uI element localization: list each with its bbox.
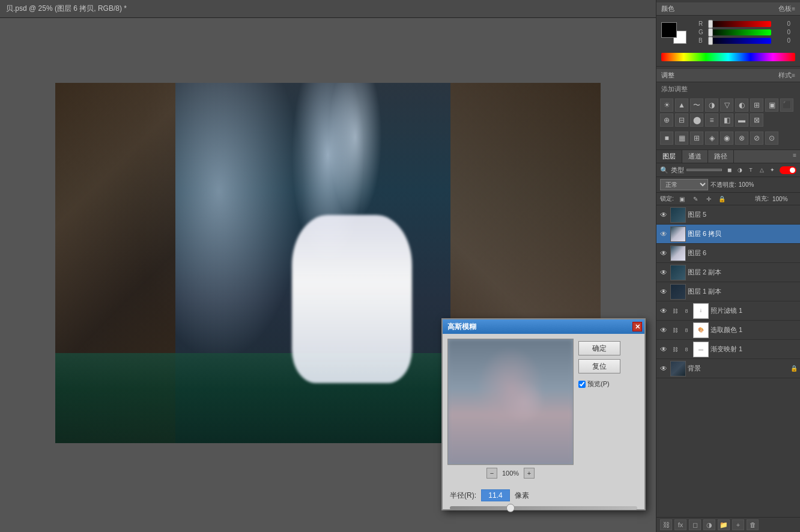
b-slider-track[interactable] [708, 38, 771, 44]
eye-icon[interactable]: 👁 [659, 249, 668, 258]
panel-menu-icon[interactable]: ≡ [792, 5, 795, 12]
color-panel-header: 颜色 色板 ≡ [656, 2, 800, 16]
color-panel: 颜色 色板 ≡ R 0 G [656, 0, 800, 67]
filter-shape-icon[interactable]: △ [757, 165, 766, 175]
colorlookup-icon[interactable]: ⊟ [675, 113, 688, 127]
levels-icon[interactable]: ▲ [675, 98, 688, 112]
invert-icon[interactable]: ⬤ [690, 113, 703, 127]
radius-label: 半径(R): [450, 491, 476, 501]
layer-row[interactable]: 👁 图层 6 拷贝 [656, 225, 800, 244]
lock-all-icon[interactable]: 🔒 [717, 194, 727, 204]
curves-icon[interactable]: 〜 [690, 98, 703, 112]
selective-icon[interactable]: ⊠ [750, 113, 763, 127]
lock-pixels-icon[interactable]: ✎ [691, 194, 700, 204]
layer-mask-button[interactable]: ◻ [689, 519, 701, 530]
blur-dialog: 高斯模糊 ✕ − 100% + 确定 复位 预览(P) 半径(R): 像素 [441, 318, 646, 510]
eye-icon[interactable]: 👁 [659, 229, 668, 239]
tab-paths[interactable]: 路径 [708, 150, 734, 163]
layer-row[interactable]: 👁 ⛓ 8 🌡 照片滤镜 1 [656, 301, 800, 321]
link-icon3: 8 [682, 345, 691, 354]
preview-checkbox[interactable] [578, 381, 586, 388]
blur-dialog-close-button[interactable]: ✕ [632, 322, 642, 331]
filter-adj-icon[interactable]: ◑ [735, 165, 745, 175]
lock-transparent-icon[interactable]: ▣ [677, 194, 687, 204]
layer-link-button[interactable]: ⛓ [660, 519, 672, 530]
layer-row[interactable]: 👁 ⛓ 8 🎨 选取颜色 1 [656, 321, 800, 340]
b-slider-row: B 0 [698, 37, 790, 44]
layer-row[interactable]: 👁 图层 6 [656, 244, 800, 263]
layer-row[interactable]: 👁 背景 🔒 [656, 359, 800, 378]
gradmap-icon[interactable]: ▬ [735, 113, 748, 127]
layer-style-button[interactable]: fx [674, 519, 686, 530]
g-thumb[interactable] [708, 28, 713, 37]
opacity-value[interactable]: 100% [739, 181, 760, 188]
adj-icon-5[interactable]: ◉ [720, 131, 733, 145]
hue-sat-icon[interactable]: ◐ [735, 98, 748, 112]
g-slider-track[interactable] [708, 29, 771, 35]
layer-delete-button[interactable]: 🗑 [747, 519, 759, 530]
layer-row[interactable]: 👁 图层 2 副本 [656, 263, 800, 282]
blur-reset-button[interactable]: 复位 [578, 359, 620, 373]
eye-icon[interactable]: 👁 [659, 210, 668, 220]
filter-type-dropdown[interactable] [686, 169, 722, 171]
adj-icon-4[interactable]: ◈ [705, 131, 718, 145]
add-adjustment-label: 添加调整 [656, 82, 800, 96]
blur-slider-thumb[interactable] [506, 504, 515, 512]
pattern-icon[interactable]: ⊞ [690, 131, 703, 145]
brightness-icon[interactable]: ☀ [660, 98, 673, 112]
zoom-in-button[interactable]: + [524, 468, 535, 479]
b-thumb[interactable] [708, 37, 713, 45]
adj-icon-7[interactable]: ⊘ [750, 131, 763, 145]
gradient-icon[interactable]: ▦ [675, 131, 688, 145]
solidcolor-icon[interactable]: ■ [660, 131, 673, 145]
layers-menu-icon[interactable]: ≡ [789, 150, 800, 163]
r-thumb[interactable] [708, 20, 713, 28]
layer-new-button[interactable]: + [732, 519, 744, 530]
threshold-icon[interactable]: ◧ [720, 113, 733, 127]
layer-name: 背景 [688, 364, 789, 373]
eye-icon[interactable]: 👁 [659, 268, 668, 277]
eye-icon[interactable]: 👁 [659, 287, 668, 297]
radius-input[interactable] [481, 489, 510, 501]
exposure-icon[interactable]: ◑ [705, 98, 718, 112]
foreground-color-swatch[interactable] [661, 22, 677, 38]
eye-icon[interactable]: 👁 [659, 345, 668, 354]
tab-channels[interactable]: 通道 [682, 150, 708, 163]
eye-icon[interactable]: 👁 [659, 325, 668, 335]
adj-menu-icon[interactable]: ≡ [792, 72, 795, 79]
filter-toggle[interactable] [780, 166, 796, 174]
opacity-label: 不透明度: [711, 181, 736, 189]
filter-type-icons: ◼ ◑ T △ ✦ [724, 165, 777, 175]
fill-value[interactable]: 100% [772, 196, 796, 202]
blur-slider-track[interactable] [450, 506, 637, 510]
b-value: 0 [774, 37, 790, 44]
adj-icon-8[interactable]: ⊙ [765, 131, 778, 145]
layer-adj-button[interactable]: ◑ [703, 519, 715, 530]
bw-icon[interactable]: ▣ [765, 98, 778, 112]
blend-mode-select[interactable]: 正常 [660, 179, 708, 190]
r-slider-track[interactable] [708, 21, 771, 27]
b-label: B [698, 37, 706, 44]
color-spectrum[interactable] [661, 53, 795, 61]
filter-pixel-icon[interactable]: ◼ [724, 165, 734, 175]
filter-type-icon[interactable]: T [746, 165, 756, 175]
filter-smart-icon[interactable]: ✦ [768, 165, 777, 175]
zoom-out-button[interactable]: − [486, 468, 497, 479]
layer-row[interactable]: 👁 图层 5 [656, 205, 800, 225]
layer-row[interactable]: 👁 ⛓ 8 ▬ 渐变映射 1 [656, 340, 800, 359]
layer-row[interactable]: 👁 图层 1 副本 [656, 282, 800, 301]
eye-icon[interactable]: 👁 [659, 364, 668, 373]
blur-ok-button[interactable]: 确定 [578, 341, 620, 355]
photofilter-icon[interactable]: ⬛ [780, 98, 793, 112]
lock-position-icon[interactable]: ✛ [704, 194, 714, 204]
tab-layers[interactable]: 图层 [656, 150, 682, 163]
channelmixer-icon[interactable]: ⊕ [660, 113, 673, 127]
adj-icon-6[interactable]: ⊗ [735, 131, 748, 145]
blur-preview[interactable] [447, 339, 574, 465]
colorbalance-icon[interactable]: ⊞ [750, 98, 763, 112]
eye-icon[interactable]: 👁 [659, 306, 668, 316]
layer-group-button[interactable]: 📁 [718, 519, 730, 530]
vibrance-icon[interactable]: ▽ [720, 98, 733, 112]
posterize-icon[interactable]: ≡ [705, 113, 718, 127]
layer-name: 图层 2 副本 [688, 268, 798, 277]
